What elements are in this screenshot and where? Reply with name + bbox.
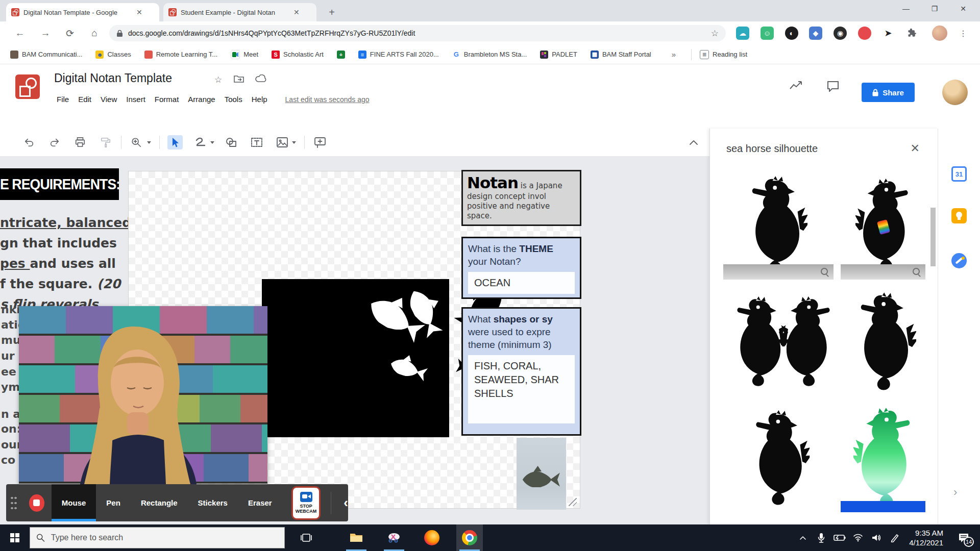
- recorder-tab-rectangle[interactable]: Rectangle: [131, 484, 188, 521]
- action-center-icon[interactable]: 14: [950, 524, 977, 551]
- tab-close-icon[interactable]: ✕: [293, 8, 300, 16]
- extension-smiley-icon[interactable]: ☺: [761, 27, 774, 40]
- collapse-toolbar-chevron[interactable]: ‹: [344, 495, 348, 511]
- keep-icon[interactable]: [951, 208, 968, 224]
- window-close-button[interactable]: ✕: [951, 0, 975, 17]
- theme-answer[interactable]: OCEAN: [468, 272, 575, 294]
- zoom-icon[interactable]: [129, 135, 144, 149]
- line-tool-icon[interactable]: [193, 135, 208, 149]
- volume-icon[interactable]: [867, 524, 886, 551]
- start-button[interactable]: [0, 524, 30, 551]
- window-maximize-button[interactable]: ❐: [923, 0, 946, 17]
- stop-recording-button[interactable]: [29, 494, 44, 512]
- window-minimize-button[interactable]: —: [894, 0, 918, 17]
- search-query[interactable]: sea horse silhouette: [726, 143, 911, 155]
- shape-tool-icon[interactable]: [224, 135, 239, 149]
- text-box-icon[interactable]: [249, 135, 264, 149]
- menu-arrange[interactable]: Arrange: [183, 93, 219, 106]
- zoom-dropdown-caret[interactable]: [145, 135, 153, 149]
- add-comment-icon[interactable]: [312, 135, 328, 149]
- search-result-image[interactable]: [723, 171, 834, 280]
- magnify-icon[interactable]: [820, 267, 829, 277]
- battery-icon[interactable]: [830, 524, 849, 551]
- close-panel-icon[interactable]: ✕: [911, 142, 920, 155]
- insert-image-icon[interactable]: [275, 135, 290, 149]
- calendar-icon[interactable]: 31: [951, 166, 968, 183]
- side-panel-expand-chevron[interactable]: ›: [953, 486, 957, 499]
- theme-question-box[interactable]: What is the THEME your Notan? OCEAN: [461, 237, 581, 299]
- pen-icon[interactable]: [886, 524, 904, 551]
- bookmark-fine-arts[interactable]: ≡ FINE ARTS Fall 2020...: [358, 51, 439, 59]
- extension-cloud-icon[interactable]: ☁: [736, 27, 749, 40]
- menu-edit[interactable]: Edit: [74, 93, 96, 106]
- magnify-icon[interactable]: [912, 267, 921, 277]
- star-document-icon[interactable]: ☆: [214, 74, 222, 85]
- drag-handle[interactable]: [10, 495, 17, 511]
- search-result-image[interactable]: [841, 404, 925, 512]
- cloud-saved-icon[interactable]: [255, 74, 266, 85]
- image-caret[interactable]: [290, 135, 298, 149]
- fish-reference-photo[interactable]: [517, 438, 566, 510]
- extension-dark-eye-icon[interactable]: ◐: [785, 27, 798, 40]
- search-result-image[interactable]: [730, 404, 832, 512]
- google-drawings-logo[interactable]: [15, 74, 40, 99]
- bookmark-star-icon[interactable]: ☆: [711, 28, 719, 39]
- recorder-tab-stickers[interactable]: Stickers: [188, 484, 238, 521]
- bookmark-classroom-icon-only[interactable]: +: [337, 51, 345, 59]
- search-result-image[interactable]: [841, 171, 925, 280]
- extension-cursor-icon[interactable]: ➤: [881, 27, 895, 40]
- stop-webcam-button[interactable]: STOP WEBCAM: [291, 486, 321, 520]
- search-result-image[interactable]: [849, 288, 925, 396]
- tab-student-example[interactable]: Student Example - Digital Notan ✕: [163, 3, 316, 21]
- menu-view[interactable]: View: [96, 93, 121, 106]
- bookmark-meet[interactable]: Meet: [231, 50, 258, 59]
- notan-definition-box[interactable]: Notan is a Japane design concept invol p…: [461, 170, 581, 226]
- firefox-icon[interactable]: [419, 524, 445, 551]
- menu-format[interactable]: Format: [150, 93, 184, 106]
- bookmark-remote-learning[interactable]: Remote Learning T...: [144, 51, 217, 59]
- comments-icon[interactable]: [827, 81, 839, 94]
- recorder-tab-eraser[interactable]: Eraser: [238, 484, 282, 521]
- menu-insert[interactable]: Insert: [121, 93, 150, 106]
- bookmark-padlet[interactable]: PADLET: [540, 51, 577, 59]
- extension-red-icon[interactable]: [858, 27, 871, 40]
- browser-menu-kebab-icon[interactable]: ⋮: [955, 26, 971, 41]
- tasks-icon[interactable]: [951, 253, 968, 269]
- toolbar-collapse-chevron[interactable]: [686, 135, 701, 149]
- new-tab-button[interactable]: +: [325, 5, 339, 19]
- undo-icon[interactable]: [21, 135, 37, 149]
- select-tool-icon[interactable]: [167, 135, 183, 149]
- bookmark-bam-communications[interactable]: BAM Communicati...: [10, 51, 82, 59]
- browser-profile-avatar[interactable]: [932, 26, 947, 41]
- extension-blue-icon[interactable]: ◆: [809, 27, 822, 40]
- hidden-icons-chevron[interactable]: [794, 524, 812, 551]
- line-tool-caret[interactable]: [208, 135, 216, 149]
- scrollbar-thumb[interactable]: [930, 208, 936, 266]
- bookmark-classes[interactable]: ☻ Classes: [95, 51, 131, 59]
- taskbar-clock[interactable]: 9:35 AM 4/12/2021: [909, 528, 943, 547]
- wifi-icon[interactable]: [849, 524, 867, 551]
- move-to-folder-icon[interactable]: [234, 74, 244, 85]
- extensions-puzzle-icon[interactable]: [905, 27, 919, 40]
- shapes-answer[interactable]: FISH, CORAL, SEAWEED, SHAR SHELLS: [468, 355, 575, 423]
- taskbar-search[interactable]: [30, 527, 285, 548]
- tab-digital-notan[interactable]: Digital Notan Template - Google ✕: [6, 3, 159, 21]
- bookmark-scholastic-art[interactable]: S Scholastic Art: [272, 51, 324, 59]
- bookmark-bam-staff-portal[interactable]: ▦ BAM Staff Portal: [591, 51, 651, 59]
- menu-tools[interactable]: Tools: [220, 93, 247, 106]
- file-explorer-icon[interactable]: [343, 524, 370, 551]
- forward-icon[interactable]: →: [38, 26, 53, 41]
- paint-format-icon[interactable]: [98, 135, 113, 149]
- bookmark-brambleton[interactable]: G Brambleton MS Sta...: [452, 51, 527, 59]
- webcam-video[interactable]: [19, 306, 267, 484]
- task-view-icon[interactable]: [293, 524, 320, 551]
- canvas-resize-handle[interactable]: [569, 498, 577, 506]
- redo-icon[interactable]: [47, 135, 62, 149]
- panel-scrollbar[interactable]: [930, 164, 936, 521]
- reload-icon[interactable]: ⟳: [62, 26, 78, 41]
- microphone-icon[interactable]: [812, 524, 830, 551]
- tab-close-icon[interactable]: ✕: [136, 8, 142, 16]
- print-icon[interactable]: [72, 135, 88, 149]
- address-bar[interactable]: docs.google.com/drawings/d/1sNHrs4QqPYpt…: [109, 25, 726, 41]
- recorder-tab-mouse[interactable]: Mouse: [52, 484, 96, 521]
